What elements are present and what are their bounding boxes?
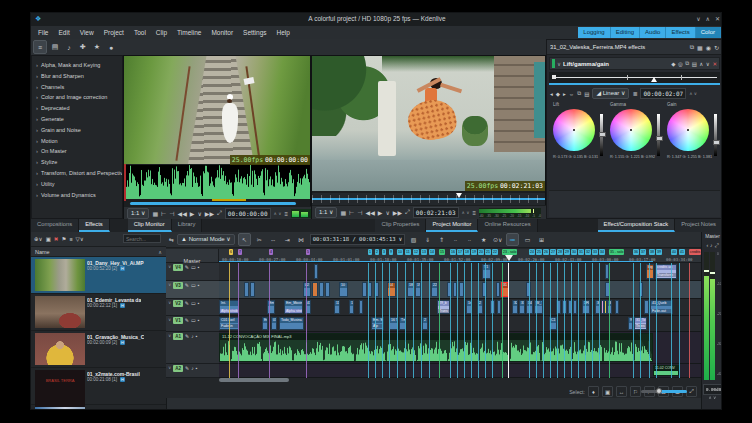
timeline-clip[interactable]: Em xyxy=(262,317,268,330)
track-edit-icon[interactable]: ✎ xyxy=(185,333,189,339)
move-effect-down-icon[interactable]: ∨ xyxy=(706,61,710,67)
clip-monitor-forward-icon[interactable]: ▶▶ xyxy=(205,210,214,217)
effect-category[interactable]: ›Motion xyxy=(32,136,122,147)
track-expand-icon[interactable]: ∨ xyxy=(168,264,171,269)
menu-view[interactable]: View xyxy=(75,26,99,39)
track-expand-icon[interactable]: ∨ xyxy=(168,300,171,305)
timeline-clip[interactable] xyxy=(362,282,367,297)
track-lock-icon[interactable]: ▪ xyxy=(198,317,200,323)
guide-marker[interactable]: 18 xyxy=(464,249,470,255)
track-lane-v3[interactable]: 02101418192231 xyxy=(219,281,701,299)
menu-edit[interactable]: Edit xyxy=(53,26,74,39)
edit-mode-select[interactable]: ▲ Normal Mode ∨ xyxy=(177,234,235,245)
track-header-v4[interactable]: ∨V4✎▭▪ xyxy=(166,263,219,281)
fade-out-icon[interactable]: ∙∙ xyxy=(464,234,475,245)
keyframes-icon[interactable]: ◆ xyxy=(671,61,675,67)
guide-marker[interactable]: 25 xyxy=(536,249,542,255)
zoom-slider-handle[interactable] xyxy=(656,388,662,394)
guide-marker[interactable]: 28 xyxy=(557,249,563,255)
track-edit-icon[interactable]: ✎ xyxy=(185,300,189,306)
project-monitor-loop-zone-icon[interactable]: ⤢ xyxy=(405,209,410,216)
track-lock-icon[interactable]: ▪ xyxy=(196,365,198,371)
timeline-clip[interactable]: 1FL xyxy=(582,300,590,314)
markers-toggle-icon[interactable]: ⚐ xyxy=(630,386,641,397)
effect-expand-icon[interactable]: ∨ xyxy=(557,61,561,67)
clip-monitor-spin[interactable]: ∧ ∨ xyxy=(274,211,282,216)
guide-marker[interactable]: 10 xyxy=(397,249,403,255)
guide-marker[interactable]: 3 xyxy=(382,249,386,255)
track-header-a1[interactable]: ∨A1✎♪▪ xyxy=(166,332,219,364)
track-lock-icon[interactable]: ▪ xyxy=(198,300,200,306)
menu-file[interactable]: File xyxy=(33,26,53,39)
copy-effect-icon[interactable]: ⧉ xyxy=(690,44,694,51)
guide-marker[interactable]: 16 xyxy=(450,249,456,255)
timeline-ruler[interactable]: 00:00:10:0000:00:27:0000:00:44:0000:01:0… xyxy=(219,249,701,263)
master-volume-spinbox[interactable]: 0.00dB xyxy=(703,384,722,395)
track-badge[interactable]: V2 xyxy=(173,300,183,307)
clip-monitor-play-icon[interactable]: ▶ xyxy=(190,210,195,217)
monitor-audio-icon[interactable]: ♪ xyxy=(710,242,713,248)
favorite-effects-icon[interactable]: ★ xyxy=(91,41,103,53)
snap-toggle-icon[interactable]: ♦ xyxy=(588,386,599,397)
track-badge[interactable]: V3 xyxy=(173,282,183,289)
tab-project-notes[interactable]: Project Notes xyxy=(675,219,722,232)
keyframe-playhead[interactable] xyxy=(651,77,657,82)
tab-effect-composition-stack[interactable]: Effect/Composition Stack xyxy=(598,219,676,232)
timeline-clip[interactable]: 33 xyxy=(519,300,525,314)
guide-marker[interactable]: 31 xyxy=(578,249,584,255)
color-wheel-lift[interactable]: LiftR: 0.173 G: 0.135 B: 0.131 xyxy=(553,102,607,188)
timeline-clip[interactable]: Todo_Musina xyxy=(279,317,304,330)
wheel-value-slider[interactable] xyxy=(657,114,660,156)
title-bar[interactable]: ❖ A colorful project / HD 1080p 25 fps —… xyxy=(31,13,722,26)
tab-clip-properties[interactable]: Clip Properties xyxy=(375,219,426,232)
track-hide-icon[interactable]: ▭ xyxy=(191,264,196,270)
timeline-clip[interactable] xyxy=(497,300,501,314)
timeline-clip[interactable]: credits anTransform xyxy=(655,264,677,279)
menu-settings[interactable]: Settings xyxy=(238,26,272,39)
record-track-icon[interactable]: ⊙∨ xyxy=(492,234,503,245)
timeline-timecode[interactable]: 00:03:31:18 / 00:03:45:13 ∨ xyxy=(310,234,405,245)
track-badge[interactable]: A2 xyxy=(173,365,183,372)
timeline-clip[interactable] xyxy=(319,282,324,297)
maximize-button[interactable]: ∧ xyxy=(706,16,710,22)
track-edit-icon[interactable]: ✎ xyxy=(185,282,189,288)
wheel-value-slider[interactable] xyxy=(714,114,717,156)
copy-keyframes-icon[interactable]: ⧉ xyxy=(577,90,581,97)
add-keyframe-icon[interactable]: ◆ xyxy=(556,91,560,97)
track-lock-icon[interactable]: ▪ xyxy=(198,264,200,270)
workspace-color[interactable]: Color xyxy=(696,27,721,38)
guide-marker[interactable]: 41 xyxy=(679,249,685,255)
timeline-clip[interactable] xyxy=(250,282,255,297)
minimize-button[interactable]: ∨ xyxy=(696,16,700,22)
clip-monitor-zone-out-icon[interactable]: ⊣ xyxy=(169,210,174,217)
timeline-clip[interactable] xyxy=(325,282,330,297)
timeline-clip[interactable]: log xyxy=(646,264,654,279)
color-wheel-gain[interactable]: GainR: 1.347 G: 1.255 B: 1.381 xyxy=(667,102,721,188)
effect-category[interactable]: ›Volume and Dynamics xyxy=(32,190,122,201)
timeline-clip[interactable]: T1 xyxy=(482,264,491,279)
zoom-slider[interactable] xyxy=(641,390,687,393)
guide-marker[interactable]: 35 - solo xyxy=(609,249,624,255)
timeline-clip[interactable]: 2 xyxy=(422,317,428,330)
guide-marker[interactable]: 20 xyxy=(478,249,484,255)
timeline-horizontal-scrollbar[interactable] xyxy=(219,378,289,382)
tab-online-resources[interactable]: Online Resources xyxy=(478,219,537,232)
keyframe-menu-icon[interactable]: ≣ xyxy=(632,90,637,97)
save-preset-icon[interactable]: ▤ xyxy=(692,61,697,67)
workspace-effects[interactable]: Effects xyxy=(666,27,695,38)
clip-monitor-grid-icon[interactable]: ▦ xyxy=(152,210,158,217)
monitor-playhead[interactable] xyxy=(456,193,462,198)
menu-tool[interactable]: Tool xyxy=(129,26,151,39)
guide-marker[interactable]: 33 xyxy=(592,249,598,255)
playhead-top[interactable] xyxy=(505,255,513,261)
slip-tool[interactable]: ⇥ xyxy=(282,234,293,245)
timeline-menu-icon[interactable]: ⇆ xyxy=(169,236,174,243)
guide-marker[interactable]: 24 xyxy=(529,249,535,255)
guide-marker[interactable]: 29 xyxy=(564,249,570,255)
paste-keyframes-icon[interactable]: ▤ xyxy=(584,91,589,97)
wheel-slider-handle[interactable] xyxy=(599,132,606,137)
wheel-value-slider[interactable] xyxy=(600,114,603,156)
track-lane-a2[interactable]: 11-02 CONVFade in/fad xyxy=(219,364,701,378)
search-input[interactable] xyxy=(123,234,161,243)
guide-marker[interactable]: 6 xyxy=(229,249,233,255)
